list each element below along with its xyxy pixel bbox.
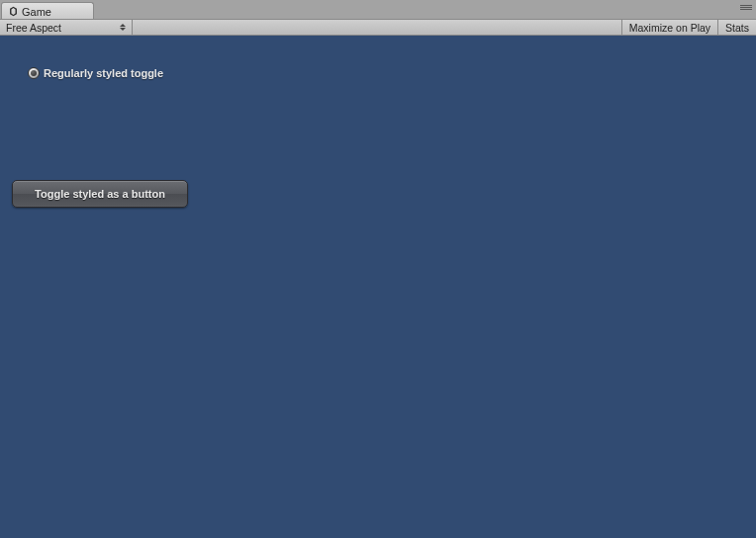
unity-icon (7, 6, 19, 18)
maximize-label: Maximize on Play (629, 22, 710, 34)
tab-label: Game (22, 6, 51, 18)
stats-button[interactable]: Stats (718, 20, 756, 35)
panel-menu-icon[interactable] (740, 5, 752, 13)
game-view: Regularly styled toggle Toggle styled as… (0, 36, 756, 538)
aspect-label: Free Aspect (6, 22, 61, 34)
button-toggle-label: Toggle styled as a button (35, 188, 165, 200)
regular-toggle-label: Regularly styled toggle (44, 67, 163, 79)
aspect-dropdown[interactable]: Free Aspect (0, 20, 133, 35)
button-style-toggle[interactable]: Toggle styled as a button (12, 180, 188, 208)
stats-label: Stats (725, 22, 749, 34)
tab-bar: Game (0, 0, 756, 19)
updown-arrows-icon (120, 24, 126, 31)
toolbar-spacer (133, 20, 622, 35)
tab-game[interactable]: Game (1, 2, 94, 19)
radio-icon (28, 67, 40, 79)
maximize-on-play-button[interactable]: Maximize on Play (622, 20, 718, 35)
game-toolbar: Free Aspect Maximize on Play Stats (0, 19, 756, 36)
regular-toggle[interactable]: Regularly styled toggle (28, 67, 163, 79)
